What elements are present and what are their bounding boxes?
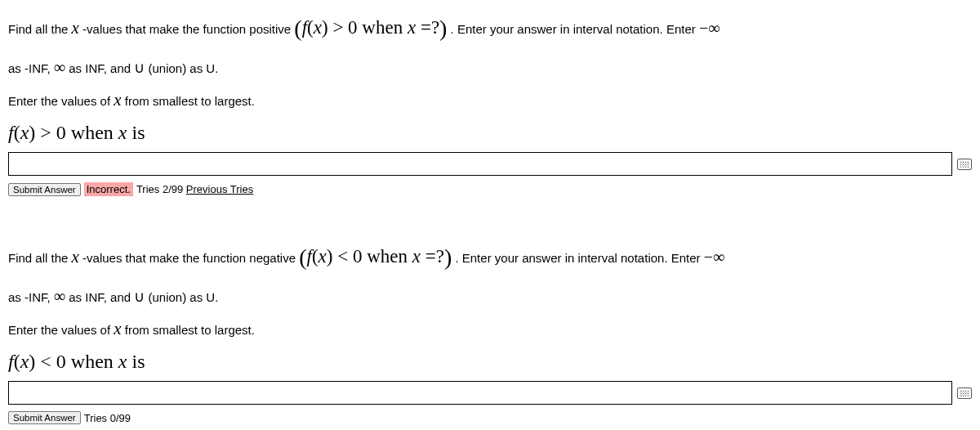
text: Find all the — [8, 251, 72, 265]
submit-button[interactable]: Submit Answer — [8, 411, 81, 424]
text: as -INF, — [8, 61, 54, 75]
tries-count: Tries 2/99 — [136, 183, 186, 195]
text: (union) as U. — [145, 61, 218, 75]
submit-row: Submit Answer Tries 0/99 — [8, 411, 972, 424]
answer-prompt: f(x) > 0 when x is — [8, 122, 972, 144]
answer-prompt: f(x) < 0 when x is — [8, 351, 972, 373]
question-text-line1: Find all the x -values that make the fun… — [8, 235, 972, 279]
question-text-line1: Find all the x -values that make the fun… — [8, 7, 972, 50]
text: Enter the values of — [8, 94, 114, 108]
var-x: x — [72, 247, 79, 267]
math-expression: (f(x) > 0 when x =?) — [294, 17, 447, 38]
keyboard-icon[interactable] — [957, 159, 972, 170]
neg-infinity-symbol: −∞ — [699, 19, 720, 37]
question-text-line2: as -INF, ∞ as INF, and ∪ (union) as U. — [8, 280, 972, 311]
var-x: x — [72, 18, 79, 38]
question-negative: Find all the x -values that make the fun… — [8, 235, 972, 424]
math-expression: (f(x) < 0 when x =?) — [299, 246, 452, 267]
submit-row: Submit Answer Incorrect. Tries 2/99 Prev… — [8, 182, 972, 196]
keyboard-icon[interactable] — [957, 387, 972, 399]
text: (union) as U. — [145, 290, 218, 304]
answer-input-row — [8, 152, 972, 176]
infinity-symbol: ∞ — [54, 287, 65, 305]
question-positive: Find all the x -values that make the fun… — [8, 7, 972, 196]
status-incorrect: Incorrect. — [84, 182, 133, 196]
text: -values that make the function positive — [79, 22, 294, 36]
infinity-symbol: ∞ — [54, 58, 65, 76]
answer-input-row — [8, 381, 972, 405]
tries-text: Tries 2/99 Previous Tries — [136, 183, 253, 195]
previous-tries-link[interactable]: Previous Tries — [186, 183, 253, 195]
neg-infinity-symbol: −∞ — [704, 248, 725, 266]
tries-text: Tries 0/99 — [84, 412, 131, 424]
union-symbol: ∪ — [134, 289, 145, 305]
text: Enter the values of — [8, 323, 114, 337]
answer-input[interactable] — [8, 152, 952, 176]
var-x: x — [114, 90, 121, 110]
text: as INF, and — [65, 290, 134, 304]
union-symbol: ∪ — [134, 60, 145, 76]
text: -values that make the function negative — [79, 251, 299, 265]
var-x: x — [114, 319, 121, 338]
text: as INF, and — [65, 61, 134, 75]
text: . Enter your answer in interval notation… — [452, 251, 704, 265]
text: from smallest to largest. — [122, 323, 255, 337]
text: . Enter your answer in interval notation… — [447, 22, 699, 36]
question-text-line2: as -INF, ∞ as INF, and ∪ (union) as U. — [8, 52, 972, 83]
text: from smallest to largest. — [122, 94, 255, 108]
answer-input[interactable] — [8, 381, 952, 405]
text: as -INF, — [8, 290, 54, 304]
text: Find all the — [8, 22, 72, 36]
question-text-line3: Enter the values of x from smallest to l… — [8, 313, 972, 346]
question-text-line3: Enter the values of x from smallest to l… — [8, 84, 972, 117]
submit-button[interactable]: Submit Answer — [8, 183, 81, 196]
